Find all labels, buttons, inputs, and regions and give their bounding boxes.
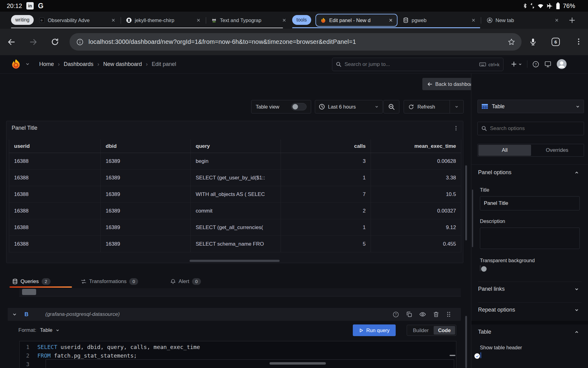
reload-icon[interactable] — [51, 38, 59, 46]
google-icon: G — [38, 2, 43, 10]
column-header[interactable]: dbid — [101, 140, 191, 153]
repeat-options-section-header[interactable]: Repeat options — [478, 307, 584, 313]
table-horizontal-scrollbar[interactable] — [190, 260, 280, 262]
forward-icon[interactable] — [29, 38, 37, 46]
delete-query-trash-icon[interactable] — [433, 311, 439, 317]
tab-group-chip-tools[interactable]: tools — [292, 15, 311, 25]
browser-tab-observability[interactable]: D Observability Adve — [35, 14, 119, 27]
panel-links-section-header[interactable]: Panel links — [478, 286, 584, 292]
tab-close-icon[interactable] — [196, 18, 201, 23]
refresh-button[interactable]: Refresh — [404, 100, 450, 113]
builder-option[interactable]: Builder — [408, 328, 434, 333]
time-range-picker[interactable]: Last 6 hours — [315, 100, 383, 113]
chevron-down-icon[interactable] — [25, 62, 30, 66]
global-search-box[interactable]: ctrl+k — [332, 58, 503, 71]
editor-horizontal-scrollbar[interactable] — [270, 362, 326, 365]
table-view-toggle[interactable] — [291, 103, 307, 110]
help-icon[interactable]: ? — [532, 61, 539, 68]
column-header[interactable]: calls — [281, 140, 371, 153]
chevron-up-icon — [574, 170, 579, 175]
panel-menu-kebab-icon[interactable] — [453, 125, 459, 131]
search-input[interactable] — [345, 61, 479, 67]
dashboard-panel: Panel Title userid dbid query calls mean… — [6, 121, 463, 263]
editor-scroll-indicator[interactable] — [450, 355, 455, 356]
column-header[interactable]: query — [191, 140, 281, 153]
tab-all[interactable]: All — [478, 145, 531, 156]
tab-overrides[interactable]: Overrides — [531, 147, 583, 153]
browser-tab-typography[interactable]: Text and Typograp — [207, 14, 290, 27]
sql-code-editor[interactable]: 1SELECT userid, dbid, query, calls, mean… — [19, 341, 456, 368]
tab-alert[interactable]: Alert 0 — [170, 276, 201, 287]
tab-close-icon[interactable] — [282, 18, 287, 23]
browser-tab-edit-panel-active[interactable]: Edit panel - New d — [315, 14, 398, 27]
svg-text:?: ? — [535, 62, 537, 66]
query-a-row-clipped — [19, 288, 461, 297]
star-icon[interactable] — [507, 38, 515, 46]
format-select[interactable]: Table — [40, 327, 60, 333]
tab-close-icon[interactable] — [111, 18, 116, 23]
monitor-icon[interactable] — [544, 60, 552, 68]
back-icon[interactable] — [7, 38, 15, 46]
main-vertical-scrollbar[interactable] — [465, 165, 467, 240]
menu-kebab-icon[interactable] — [575, 37, 583, 46]
collapse-chevron-icon[interactable] — [12, 312, 17, 317]
tab-queries[interactable]: Queries 2 — [12, 276, 51, 287]
tab-close-icon[interactable] — [554, 18, 559, 23]
options-search-box[interactable] — [477, 122, 584, 135]
tab-close-icon[interactable] — [388, 18, 393, 23]
query-b-header[interactable]: B (grafana-postgresql-datasource) ? — [8, 308, 461, 321]
panel-options-section-header[interactable]: Panel options — [478, 169, 584, 176]
duplicate-query-icon[interactable] — [406, 311, 412, 317]
panel-title-input[interactable] — [480, 196, 580, 210]
panel-title[interactable]: Panel Title — [12, 125, 37, 131]
drag-handle-icon[interactable] — [446, 311, 451, 317]
editor-vertical-scrollbar[interactable] — [465, 316, 467, 368]
refresh-interval-dropdown[interactable] — [450, 100, 463, 113]
table-row: 1638816389begin30.00628 — [9, 153, 461, 170]
breadcrumb-dashboards[interactable]: Dashboards — [64, 61, 93, 67]
browser-tab-new-tab[interactable]: New tab — [483, 14, 563, 27]
tab-counter-badge[interactable]: 6 — [552, 38, 560, 46]
query-a-button-clipped[interactable] — [22, 289, 36, 295]
database-favicon — [403, 17, 409, 23]
tab-close-icon[interactable] — [471, 18, 476, 23]
system-status-bar: 20:12 in G 76% — [0, 0, 588, 12]
breadcrumb-new-dashboard[interactable]: New dashboard — [103, 61, 142, 67]
tab-badge: 0 — [129, 278, 138, 285]
browser-tab-pgweb[interactable]: pgweb — [399, 14, 480, 27]
battery-percent: 76% — [563, 2, 575, 10]
run-query-button[interactable]: Run query — [353, 324, 396, 336]
tab-separator — [481, 17, 481, 24]
table-row: 1638816389WITH all_objects AS ( SELEC710… — [9, 186, 461, 203]
column-header[interactable]: userid — [9, 140, 101, 153]
options-search-input[interactable] — [490, 125, 580, 132]
mic-icon[interactable] — [529, 38, 537, 46]
svg-text:D: D — [41, 19, 43, 22]
browser-tab-jekyll[interactable]: jekyll-theme-chirp — [122, 14, 205, 27]
zoom-out-button[interactable] — [383, 100, 399, 113]
table-section-header[interactable]: Table — [478, 329, 584, 335]
url-bar[interactable]: localhost:3000/dashboard/new?orgId=1&fro… — [70, 33, 522, 51]
tab-transformations[interactable]: Transformations 0 — [81, 276, 138, 287]
code-option[interactable]: Code — [434, 326, 455, 335]
new-tab-button[interactable] — [568, 17, 576, 24]
grafana-logo[interactable] — [10, 59, 21, 70]
add-new-button[interactable] — [511, 61, 522, 67]
active-line-cursor-box — [46, 359, 454, 368]
info-icon[interactable] — [76, 38, 84, 46]
query-ref-id[interactable]: B — [24, 311, 28, 318]
description-field-label: Description — [480, 218, 505, 224]
show-table-header-toggle[interactable] — [481, 352, 481, 358]
panel-description-input[interactable] — [480, 228, 580, 249]
visualization-picker[interactable]: Table — [477, 100, 584, 113]
sidebar-scrollbar[interactable] — [472, 190, 473, 247]
hide-query-eye-icon[interactable] — [419, 311, 426, 318]
column-header[interactable]: mean_exec_time — [371, 140, 461, 153]
transparent-background-toggle[interactable] — [480, 265, 481, 271]
tab-group-chip-writing[interactable]: writing — [11, 15, 34, 25]
active-tab-underline — [9, 286, 72, 288]
query-help-icon[interactable]: ? — [393, 311, 399, 318]
tab-separator — [121, 17, 121, 24]
avatar[interactable] — [556, 59, 567, 69]
breadcrumb-home[interactable]: Home — [39, 61, 54, 67]
